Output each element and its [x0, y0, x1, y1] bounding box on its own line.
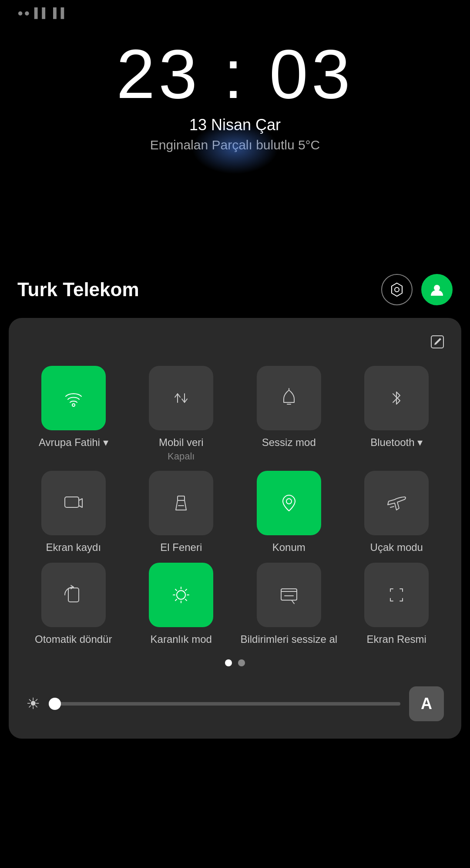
qs-edit-button[interactable]	[426, 331, 448, 353]
svg-rect-13	[65, 497, 79, 507]
qs-tile-torch[interactable]	[149, 471, 213, 535]
qs-item-torch[interactable]: El Feneri	[130, 471, 233, 554]
qs-item-autorotate[interactable]: Otomatik döndür	[22, 563, 125, 646]
torch-icon	[169, 491, 193, 515]
qs-tile-silent[interactable]	[257, 366, 321, 430]
screenrecord-icon	[61, 491, 86, 515]
qs-item-screenrecord[interactable]: Ekran kaydı	[22, 471, 125, 554]
clock-date: 13 Nisan Çar	[189, 116, 281, 134]
darkmode-icon	[169, 583, 193, 607]
page-indicators	[22, 659, 448, 666]
settings-icon	[389, 282, 405, 297]
qs-tile-location[interactable]	[257, 471, 321, 535]
location-icon	[277, 491, 301, 515]
screenshot-icon	[384, 583, 409, 607]
edit-icon	[429, 333, 446, 351]
svg-rect-28	[281, 589, 297, 600]
quick-settings-panel: Avrupa Fatihi ▾ Mobil veri Kapalı	[9, 318, 461, 739]
qs-tile-darkmode[interactable]	[149, 563, 213, 627]
clock-weather: Enginalan Parçalı bulutlu 5°C	[150, 138, 320, 152]
svg-point-19	[177, 591, 185, 599]
carrier-icons	[381, 274, 453, 305]
profile-icon-btn[interactable]	[421, 274, 453, 305]
brightness-icon: ☀	[26, 695, 40, 713]
qs-item-screenshot[interactable]: Ekran Resmi	[345, 563, 449, 646]
qs-label-silent: Sessiz mod	[262, 436, 316, 449]
brightness-track[interactable]	[49, 702, 400, 706]
qs-edit-row	[22, 331, 448, 353]
qs-label-wifi: Avrupa Fatihi ▾	[39, 436, 108, 449]
svg-line-27	[175, 599, 177, 601]
qs-tile-screenrecord[interactable]	[41, 471, 106, 535]
bluetooth-icon	[384, 386, 409, 410]
status-bar-left: ●● ▌▌ ▌▌	[17, 7, 68, 19]
page-dot-1	[225, 659, 232, 666]
svg-marker-0	[392, 283, 402, 296]
qs-label-torch: El Feneri	[160, 540, 202, 554]
svg-point-1	[395, 287, 399, 292]
page-dot-2	[238, 659, 245, 666]
silent-icon	[277, 386, 301, 410]
qs-tile-dnd[interactable]	[257, 563, 321, 627]
qs-item-darkmode[interactable]: Karanlık mod	[130, 563, 233, 646]
qs-tile-wifi[interactable]	[41, 366, 106, 430]
qs-tile-autorotate[interactable]	[41, 563, 106, 627]
svg-line-17	[390, 507, 394, 507]
svg-point-2	[434, 285, 440, 291]
qs-tile-bluetooth[interactable]	[364, 366, 429, 430]
svg-point-16	[286, 499, 292, 504]
dnd-icon	[277, 583, 301, 607]
carrier-name: Turk Telekom	[17, 279, 139, 301]
qs-label-screenshot: Ekran Resmi	[367, 632, 426, 646]
qs-item-silent[interactable]: Sessiz mod	[237, 366, 341, 462]
brightness-thumb[interactable]	[49, 698, 61, 710]
qs-sublabel-mobile: Kapalı	[168, 451, 195, 462]
qs-label-screenrecord: Ekran kaydı	[46, 540, 101, 554]
carrier-bar: Turk Telekom	[0, 270, 470, 309]
qs-label-airplane: Uçak modu	[370, 540, 423, 554]
qs-tile-mobile[interactable]	[149, 366, 213, 430]
clock-time: 23 : 03	[116, 39, 353, 109]
svg-point-4	[72, 404, 75, 406]
qs-item-dnd[interactable]: Bildirimleri sessize al	[237, 563, 341, 646]
qs-tile-screenshot[interactable]	[364, 563, 429, 627]
wifi-icon	[61, 386, 86, 410]
svg-line-25	[185, 599, 187, 601]
qs-label-autorotate: Otomatik döndür	[35, 632, 112, 646]
qs-label-dnd: Bildirimleri sessize al	[240, 632, 337, 646]
mobile-data-icon	[169, 386, 193, 410]
auto-brightness-button[interactable]: A	[409, 686, 444, 721]
qs-tile-airplane[interactable]	[364, 471, 429, 535]
qs-item-bluetooth[interactable]: Bluetooth ▾	[345, 366, 449, 462]
airplane-icon	[384, 491, 409, 515]
qs-label-location: Konum	[272, 540, 306, 554]
qs-item-location[interactable]: Konum	[237, 471, 341, 554]
qs-item-mobile[interactable]: Mobil veri Kapalı	[130, 366, 233, 462]
svg-rect-18	[68, 588, 79, 602]
autorotate-icon	[61, 583, 86, 607]
qs-label-bluetooth: Bluetooth ▾	[370, 436, 423, 449]
qs-item-wifi[interactable]: Avrupa Fatihi ▾	[22, 366, 125, 462]
svg-line-26	[185, 589, 187, 591]
qs-label-darkmode: Karanlık mod	[151, 632, 212, 646]
profile-icon	[429, 282, 445, 297]
status-bar: ●● ▌▌ ▌▌	[0, 0, 470, 26]
svg-rect-14	[178, 496, 185, 500]
clock-section: 23 : 03 13 Nisan Çar Enginalan Parçalı b…	[0, 26, 470, 152]
qs-item-airplane[interactable]: Uçak modu	[345, 471, 449, 554]
brightness-row: ☀ A	[22, 679, 448, 721]
qs-grid: Avrupa Fatihi ▾ Mobil veri Kapalı	[22, 366, 448, 646]
svg-line-24	[175, 589, 177, 591]
qs-label-mobile: Mobil veri	[159, 436, 204, 449]
settings-icon-btn[interactable]	[381, 274, 413, 305]
